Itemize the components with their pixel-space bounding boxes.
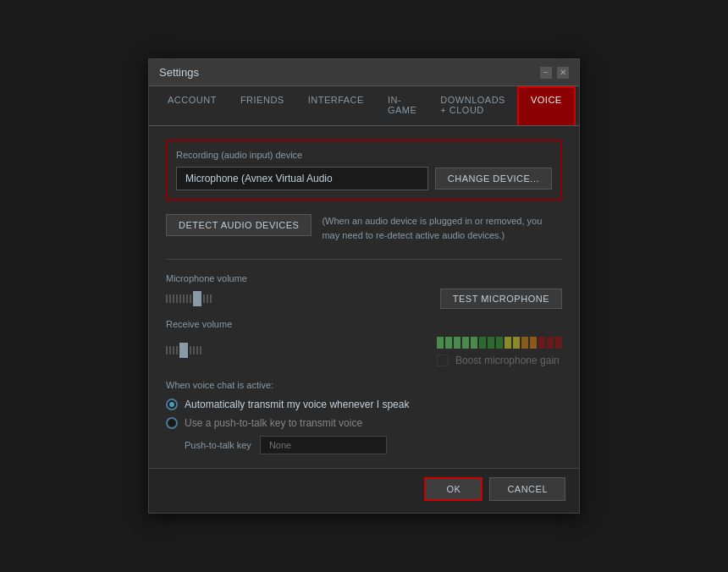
meter-bar	[530, 337, 537, 349]
receive-slider-thumb[interactable]	[179, 343, 188, 358]
cancel-button[interactable]: CANCEL	[489, 477, 565, 501]
microphone-slider-track[interactable]	[166, 291, 432, 306]
push-to-talk-row[interactable]: Use a push-to-talk key to transmit voice	[166, 417, 562, 429]
tick	[169, 346, 171, 355]
close-button[interactable]: ✕	[557, 67, 569, 79]
meter-bar	[521, 337, 528, 349]
meter-bar	[538, 337, 545, 349]
meter-bar	[555, 337, 562, 349]
meter-bar	[445, 337, 452, 349]
tick	[196, 346, 198, 355]
push-to-talk-key-input[interactable]	[260, 436, 387, 454]
receive-volume-row: Boost microphone gain	[166, 334, 562, 366]
level-meter	[437, 334, 562, 351]
meter-bar	[513, 337, 520, 349]
title-bar: Settings − ✕	[149, 59, 579, 86]
ok-button[interactable]: OK	[424, 477, 483, 501]
receive-volume-section: Receive volume	[166, 319, 562, 366]
tick	[166, 346, 168, 355]
microphone-volume-label: Microphone volume	[166, 273, 562, 283]
tick	[173, 294, 174, 303]
auto-transmit-label: Automatically transmit my voice whenever…	[185, 399, 409, 410]
recording-device-section: Recording (audio input) device Microphon…	[166, 140, 562, 201]
tab-account[interactable]: ACCOUNT	[156, 86, 229, 125]
tick	[166, 294, 168, 303]
recording-device-label: Recording (audio input) device	[176, 150, 552, 160]
tick	[173, 346, 174, 355]
push-to-talk-key-row: Push-to-talk key	[185, 436, 562, 454]
tick	[176, 346, 178, 355]
meter-bar	[505, 337, 511, 349]
tick	[179, 294, 181, 303]
boost-row: Boost microphone gain	[437, 355, 562, 366]
window-controls: − ✕	[540, 67, 569, 79]
receive-slider-track[interactable]	[166, 343, 428, 358]
tab-in-game[interactable]: IN-GAME	[376, 86, 428, 125]
settings-dialog: Settings − ✕ ACCOUNT FRIENDS INTERFACE I…	[148, 58, 580, 514]
boost-label: Boost microphone gain	[455, 355, 560, 366]
tick	[203, 294, 205, 303]
meter-bar	[479, 337, 486, 349]
tick	[210, 294, 212, 303]
push-to-talk-label: Use a push-to-talk key to transmit voice	[185, 417, 362, 429]
receive-volume-label: Receive volume	[166, 319, 562, 329]
tab-friends[interactable]: FRIENDS	[229, 86, 296, 125]
auto-transmit-row[interactable]: Automatically transmit my voice whenever…	[166, 399, 562, 410]
minimize-button[interactable]: −	[540, 67, 552, 79]
dialog-title: Settings	[159, 66, 199, 79]
meter-bar	[454, 337, 461, 349]
divider-1	[166, 259, 562, 260]
push-to-talk-radio[interactable]	[166, 417, 178, 429]
device-name-display: Microphone (Avnex Virtual Audio	[176, 167, 428, 190]
tick	[176, 294, 178, 303]
meter-bar	[437, 337, 444, 349]
detect-audio-button[interactable]: DETECT AUDIO DEVICES	[166, 214, 312, 236]
tab-interface[interactable]: INTERFACE	[296, 86, 376, 125]
device-row: Microphone (Avnex Virtual Audio CHANGE D…	[176, 167, 552, 190]
meter-bar	[547, 337, 554, 349]
level-meter-container: Boost microphone gain	[437, 334, 562, 366]
test-microphone-button[interactable]: TEST MICROPHONE	[440, 289, 562, 309]
voice-chat-section: When voice chat is active: Automatically…	[166, 380, 562, 454]
auto-transmit-radio[interactable]	[166, 399, 178, 410]
settings-content: Recording (audio input) device Microphon…	[149, 126, 579, 468]
tick	[190, 346, 191, 355]
tick	[200, 346, 201, 355]
tab-bar: ACCOUNT FRIENDS INTERFACE IN-GAME DOWNLO…	[149, 86, 579, 126]
tick	[183, 294, 185, 303]
dialog-footer: OK CANCEL	[149, 468, 579, 513]
microphone-volume-row: TEST MICROPHONE	[166, 289, 562, 309]
detect-row: DETECT AUDIO DEVICES (When an audio devi…	[166, 214, 562, 242]
meter-bar	[462, 337, 469, 349]
change-device-button[interactable]: CHANGE DEVICE...	[435, 168, 552, 190]
meter-bar	[471, 337, 477, 349]
meter-bar	[496, 337, 503, 349]
tick	[207, 294, 208, 303]
microphone-volume-section: Microphone volume TEST MICROPHONE	[166, 273, 562, 309]
tick	[186, 294, 188, 303]
voice-chat-label: When voice chat is active:	[166, 380, 562, 390]
push-to-talk-key-label: Push-to-talk key	[185, 440, 251, 450]
microphone-slider-thumb[interactable]	[193, 291, 201, 306]
tab-voice[interactable]: VOICE	[517, 86, 576, 125]
tick	[169, 294, 171, 303]
tab-downloads[interactable]: DOWNLOADS + CLOUD	[428, 86, 517, 125]
boost-checkbox[interactable]	[437, 355, 449, 366]
detect-note: (When an audio device is plugged in or r…	[322, 214, 562, 242]
meter-bar	[488, 337, 494, 349]
tick	[193, 346, 195, 355]
tick	[190, 294, 191, 303]
